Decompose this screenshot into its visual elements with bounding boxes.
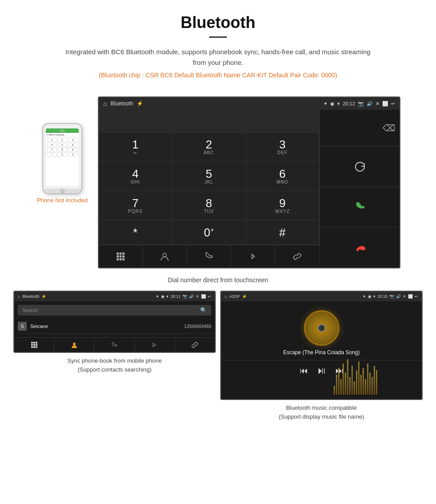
phone-screen: M:20 + Add to Contacts 123 456 789 *0# [46,128,79,186]
prev-track-button[interactable]: ⏮ [300,366,308,376]
pb-back-icon[interactable]: ↩ [208,294,211,299]
song-title: Escape (The Pina Colada Song) [283,349,359,356]
svg-rect-11 [33,342,35,344]
contact-icon-button[interactable] [143,245,187,268]
pb-bt-icon: ✦ [156,294,159,299]
music-status-bar: ⌂ A2DP ⚡ ✦ ◉ ▾ 20:15 📷 🔊 ✕ ⬜ ↩ [221,292,422,301]
camera-icon: 📷 [358,101,364,107]
dialpad-right-panel: ⌫ [319,110,400,268]
ms-back-icon[interactable]: ↩ [415,294,418,299]
pb-link-btn[interactable] [175,338,215,352]
music-screenshot-block: ⌂ A2DP ⚡ ✦ ◉ ▾ 20:15 📷 🔊 ✕ ⬜ ↩ [220,291,423,421]
ms-win-icon[interactable]: ⬜ [408,294,413,299]
phonebook-home-icon[interactable]: ⌂ [18,294,20,299]
phone-dialpad: 123 456 789 *0# [46,137,79,158]
svg-rect-6 [117,258,119,260]
key-9-num: 9 [279,197,286,209]
phone-bottom-bar [43,189,81,193]
dial-key-5[interactable]: 5 JKL [172,162,246,191]
close-icon[interactable]: ✕ [375,101,379,107]
key-hash-num: # [279,227,286,238]
status-bar-left: ⌂ Bluetooth ⚡ [103,100,143,107]
key-4-letters: GHI [131,180,140,184]
dialpad-grid: 1 ∞ 2 ABC 3 DEF 4 GHI [99,132,319,245]
ms-bt-icon: ✦ [363,294,366,299]
ms-signal-icon: ▾ [373,294,375,299]
dial-key-star[interactable]: * [99,220,172,245]
svg-rect-13 [31,344,33,346]
home-icon[interactable]: ⌂ [103,100,107,107]
music-usb-icon: ⚡ [242,294,247,299]
play-pause-button[interactable]: ⏯ [317,365,327,376]
ms-close-icon[interactable]: ✕ [403,294,406,299]
call-accept-button[interactable] [320,187,400,228]
car-dial-screen: ⌂ Bluetooth ⚡ ✦ ◉ ▾ 20:12 📷 🔊 ✕ ⬜ ↩ [98,96,400,268]
bluetooth-status-icon: ✦ [323,101,327,107]
dialpad-icon-button[interactable] [99,245,143,268]
dial-key-9[interactable]: 9 WXYZ [246,191,319,220]
search-bar[interactable]: Search 🔍 [18,305,211,316]
page-header: Bluetooth Integrated with BC6 Bluetooth … [0,0,436,92]
dial-key-4[interactable]: 4 GHI [99,162,172,191]
pb-dialpad-btn[interactable] [14,338,54,352]
bluetooth-icon-button[interactable] [231,245,275,268]
dial-key-1[interactable]: 1 ∞ [99,132,172,162]
music-home-icon[interactable]: ⌂ [225,294,227,299]
usb-icon: ⚡ [137,100,143,107]
search-placeholder: Search [22,308,38,313]
page-title: Bluetooth [9,13,427,32]
link-icon-button[interactable] [275,245,319,268]
key-7-letters: PQRS [128,209,142,214]
svg-rect-8 [122,258,125,260]
phone-contact-row: + Add to Contacts [46,133,79,137]
key-6-letters: MNO [277,180,288,184]
dial-key-hash[interactable]: # [246,220,319,245]
ms-time: 20:15 [377,294,388,299]
signal-icon: ▾ [337,101,340,107]
redial-button[interactable] [320,146,400,187]
window-icon[interactable]: ⬜ [382,101,388,107]
music-status-left: ⌂ A2DP ⚡ [225,294,247,299]
dialpad-main: 1 ∞ 2 ABC 3 DEF 4 GHI [99,110,319,268]
pb-bt-btn[interactable] [135,338,175,352]
call-end-button[interactable] [320,228,400,268]
contact-number: 13566664466 [184,324,211,329]
phonebook-usb-icon: ⚡ [41,294,46,299]
dial-key-7[interactable]: 7 PQRS [99,191,172,220]
dialpad-actions [99,245,319,268]
key-8-num: 8 [206,197,212,209]
svg-rect-7 [120,258,122,260]
phonebook-body: Search 🔍 S Seicane 13566664466 [14,301,215,337]
key-1-num: 1 [132,139,138,150]
bottom-screenshots: ⌂ Bluetooth ⚡ ✦ ◉ ▾ 20:11 📷 🔊 ✕ ⬜ ↩ [0,291,436,421]
contact-row[interactable]: S Seicane 13566664466 [18,319,211,334]
phonebook-status-right: ✦ ◉ ▾ 20:11 📷 🔊 ✕ ⬜ ↩ [156,294,211,299]
dial-key-3[interactable]: 3 DEF [246,132,319,162]
dial-key-2[interactable]: 2 ABC [172,132,246,162]
pb-close-icon[interactable]: ✕ [196,294,199,299]
back-icon[interactable]: ↩ [391,101,395,107]
contact-name: Seicane [30,324,184,329]
phone-green-bar: M:20 [46,128,79,133]
key-5-letters: JKL [204,180,213,184]
key-6-num: 6 [279,168,286,180]
dial-key-6[interactable]: 6 MNO [246,162,319,191]
dial-display [99,110,319,132]
pb-phone-btn[interactable] [94,338,134,352]
key-1-letters: ∞ [133,150,137,155]
phonebook-status-left: ⌂ Bluetooth ⚡ [18,294,46,299]
title-divider [209,36,227,38]
svg-rect-5 [122,256,125,258]
phonebook-action-bar [14,337,215,352]
dial-key-8[interactable]: 8 TUV [172,191,246,220]
phone-icon-button[interactable] [187,245,231,268]
svg-rect-12 [36,342,37,344]
key-3-num: 3 [279,139,286,150]
backspace-button[interactable]: ⌫ [383,123,395,133]
pb-contact-btn[interactable] [54,338,94,352]
svg-rect-1 [120,252,122,255]
pb-win-icon[interactable]: ⬜ [201,294,206,299]
dial-key-0[interactable]: 0+ [172,220,246,245]
svg-rect-14 [33,344,35,346]
key-2-num: 2 [206,139,212,150]
